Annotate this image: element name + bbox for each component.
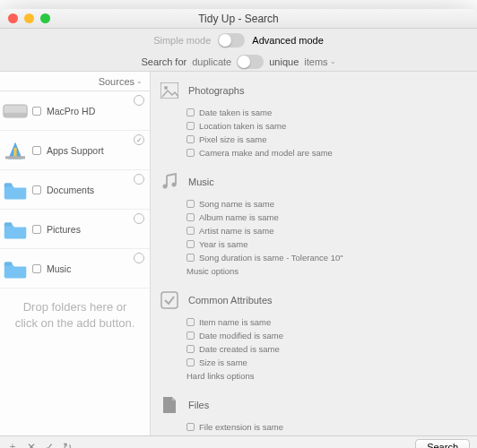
option-row[interactable]: Date modified is same <box>160 329 468 342</box>
source-item-music[interactable]: Music <box>0 249 150 289</box>
add-button[interactable]: ＋ <box>7 439 18 448</box>
svg-rect-4 <box>5 156 25 159</box>
svg-rect-12 <box>161 292 178 308</box>
source-radio[interactable]: ✓ <box>134 134 144 145</box>
source-label: Documents <box>47 185 94 195</box>
option-row[interactable]: Size is same <box>160 356 468 369</box>
svg-rect-5 <box>4 183 13 186</box>
source-radio[interactable] <box>134 95 144 106</box>
option-checkbox[interactable] <box>186 135 195 143</box>
source-checkbox[interactable] <box>32 146 41 155</box>
source-radio[interactable] <box>134 213 144 224</box>
option-row[interactable]: Year is same <box>160 237 468 251</box>
sidebar-header[interactable]: Sources⌄ <box>0 72 150 91</box>
option-row[interactable]: File extension is same <box>160 420 468 434</box>
svg-rect-1 <box>4 113 27 117</box>
simple-mode-label[interactable]: Simple mode <box>153 35 211 46</box>
source-checkbox[interactable] <box>32 107 41 116</box>
option-row[interactable]: Song duration is same - Tolerance 10" <box>160 251 468 264</box>
search-criteria-bar: Search for duplicate unique items⌄ <box>0 52 477 72</box>
section-title: Photographs <box>188 85 244 96</box>
mode-switch[interactable] <box>218 33 245 47</box>
option-row[interactable]: Pixel size is same <box>160 133 468 146</box>
source-checkbox[interactable] <box>32 264 41 273</box>
hdd-icon <box>2 98 29 125</box>
folder-icon <box>2 177 29 203</box>
source-list: MacPro HD Apps Support ✓ Docu <box>0 91 150 289</box>
option-row[interactable]: Date taken is same <box>160 106 468 119</box>
window-title: Tidy Up - Search <box>0 13 477 25</box>
source-label: Music <box>47 263 71 274</box>
unique-label: unique <box>269 56 299 67</box>
option-checkbox[interactable] <box>186 200 195 208</box>
option-row[interactable]: Camera make and model are same <box>160 146 468 159</box>
source-item-pictures[interactable]: Pictures <box>0 210 150 249</box>
duplicate-dropdown[interactable]: duplicate <box>192 56 231 67</box>
option-checkbox[interactable] <box>186 149 195 157</box>
source-label: Pictures <box>47 224 81 235</box>
option-row[interactable]: Artist name is same <box>160 224 468 237</box>
file-icon <box>160 395 179 415</box>
source-checkbox[interactable] <box>32 185 41 194</box>
section-photographs: Photographs Date taken is same Location … <box>151 72 477 163</box>
svg-point-10 <box>163 185 168 189</box>
option-checkbox[interactable] <box>186 122 195 130</box>
music-icon <box>160 172 179 192</box>
section-files: Files File extension is same File OSType… <box>151 386 477 435</box>
svg-rect-7 <box>4 262 13 265</box>
duplicate-unique-switch[interactable] <box>237 55 264 69</box>
option-row[interactable]: Song name is same <box>160 197 468 211</box>
check-icon <box>160 290 179 310</box>
content-area: Sources⌄ MacPro HD Apps Support <box>0 72 477 435</box>
drop-zone[interactable]: Drop folders here or click on the add bu… <box>0 289 150 341</box>
section-title: Common Attributes <box>188 295 273 306</box>
hardlinks-options-link[interactable]: Hard links options <box>160 369 468 383</box>
source-item-documents[interactable]: Documents <box>0 170 150 210</box>
mode-toolbar: Simple mode Advanced mode <box>0 29 477 52</box>
app-window: Tidy Up - Search Simple mode Advanced mo… <box>0 9 477 448</box>
svg-point-11 <box>172 183 177 187</box>
advanced-mode-label[interactable]: Advanced mode <box>252 35 324 46</box>
refresh-button[interactable]: ↻ <box>63 441 72 449</box>
option-checkbox[interactable] <box>186 227 195 235</box>
option-checkbox[interactable] <box>186 318 195 326</box>
source-label: Apps Support <box>47 145 104 156</box>
option-checkbox[interactable] <box>186 358 195 366</box>
items-dropdown[interactable]: items⌄ <box>304 56 335 67</box>
option-checkbox[interactable] <box>186 213 195 221</box>
source-label: MacPro HD <box>47 106 95 116</box>
search-button[interactable]: Search <box>415 439 470 449</box>
section-title: Music <box>188 177 214 187</box>
main-panel: Photographs Date taken is same Location … <box>151 72 477 435</box>
folder-icon <box>2 216 29 243</box>
option-checkbox[interactable] <box>186 254 195 262</box>
section-music: Music Song name is same Album name is sa… <box>151 163 477 281</box>
source-item-apps[interactable]: Apps Support ✓ <box>0 131 150 170</box>
option-row[interactable]: Item name is same <box>160 315 468 329</box>
remove-button[interactable]: ✕ <box>27 441 36 449</box>
svg-rect-6 <box>4 222 13 226</box>
option-checkbox[interactable] <box>186 423 195 431</box>
titlebar: Tidy Up - Search <box>0 9 477 29</box>
folder-icon <box>2 255 29 282</box>
source-item-macpro[interactable]: MacPro HD <box>0 91 150 131</box>
option-row[interactable]: Date created is same <box>160 342 468 356</box>
source-checkbox[interactable] <box>32 225 41 234</box>
section-common: Common Attributes Item name is same Date… <box>151 281 477 386</box>
option-checkbox[interactable] <box>186 345 195 353</box>
apps-icon <box>2 137 29 164</box>
sidebar: Sources⌄ MacPro HD Apps Support <box>0 72 151 435</box>
option-row[interactable]: Location taken is same <box>160 119 468 133</box>
photo-icon <box>160 81 179 100</box>
searchbar-prefix: Search for <box>141 56 186 67</box>
option-checkbox[interactable] <box>186 332 195 340</box>
svg-point-9 <box>164 86 168 90</box>
music-options-link[interactable]: Music options <box>160 264 468 278</box>
confirm-button[interactable]: ✓ <box>45 441 54 449</box>
source-radio[interactable] <box>134 253 144 263</box>
option-checkbox[interactable] <box>186 240 195 248</box>
option-checkbox[interactable] <box>186 108 195 116</box>
option-row[interactable]: Album name is same <box>160 211 468 224</box>
section-title: Files <box>188 400 209 410</box>
source-radio[interactable] <box>134 174 144 185</box>
